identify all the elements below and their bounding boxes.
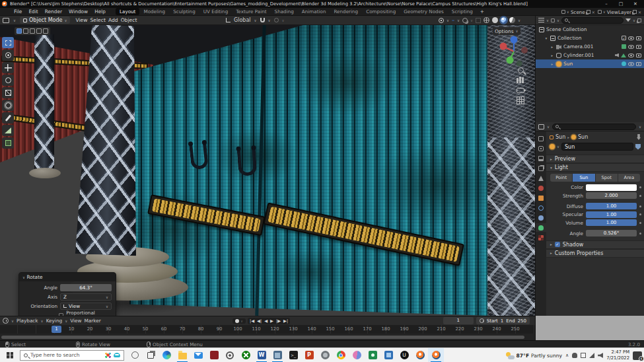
select-mode-extend-icon[interactable]: [23, 28, 28, 34]
xray-toggle[interactable]: [476, 18, 481, 23]
current-frame-badge[interactable]: 1: [52, 326, 61, 333]
new-collection-icon[interactable]: [637, 18, 641, 22]
light-type-sun-button[interactable]: Sun: [573, 174, 594, 182]
shadow-checkbox[interactable]: ✓: [555, 242, 560, 247]
playback-menu[interactable]: Playback: [17, 318, 38, 324]
render-visibility-icon[interactable]: [636, 36, 641, 40]
hide-eye-icon[interactable]: [628, 45, 634, 49]
scene-selector[interactable]: ∨ Scene ✕: [561, 9, 595, 15]
zoom-icon[interactable]: [518, 67, 524, 73]
green-app-taskbar-button[interactable]: [365, 348, 380, 362]
view-menu[interactable]: View: [70, 318, 81, 324]
hide-eye-icon[interactable]: [628, 36, 634, 40]
animate-dot-icon[interactable]: [639, 213, 641, 215]
outliner-row-scene-collection[interactable]: Scene Collection: [536, 25, 644, 34]
pan-hand-icon[interactable]: [517, 77, 524, 85]
timeline-scrollbar[interactable]: [1, 336, 524, 339]
menu-add[interactable]: Add: [107, 17, 120, 23]
workspace-tab-animation[interactable]: Animation: [298, 8, 330, 15]
perspective-toggle-icon[interactable]: [517, 96, 524, 104]
animate-dot-icon[interactable]: [639, 195, 641, 197]
workspace-tab-layout[interactable]: Layout: [116, 8, 139, 15]
tool-measure-button[interactable]: [2, 125, 14, 136]
next-keyframe-button[interactable]: |▶: [276, 318, 281, 324]
blender-2-taskbar-button[interactable]: [428, 348, 444, 362]
mail-taskbar-button[interactable]: [190, 348, 206, 362]
start-field[interactable]: 1: [501, 318, 503, 324]
axis-dropdown[interactable]: Z∨: [60, 293, 112, 301]
keying-menu[interactable]: Keying: [46, 318, 63, 324]
maximize-button[interactable]: □: [614, 0, 628, 8]
exclude-checkbox-icon[interactable]: ✓: [622, 36, 626, 40]
outliner-row-collection[interactable]: ▾ Collection ✓: [536, 34, 644, 42]
overlays-toggle[interactable]: [462, 18, 468, 23]
outliner-search-input[interactable]: [561, 17, 624, 24]
select-mode-new-icon[interactable]: [17, 28, 22, 34]
proportional-editing-icon[interactable]: [274, 18, 279, 22]
powerpoint-taskbar-button[interactable]: P: [301, 348, 317, 362]
remove-viewlayer-icon[interactable]: ✕: [638, 10, 641, 15]
workspace-tab-scripting[interactable]: Scripting: [448, 8, 477, 15]
viewlayer-selector[interactable]: ∨ ViewLayer ✕: [598, 9, 641, 15]
hide-eye-icon[interactable]: [628, 54, 634, 57]
animate-dot-icon[interactable]: [639, 205, 641, 207]
prev-keyframe-button[interactable]: ◀|: [257, 318, 262, 324]
animate-dot-icon[interactable]: [639, 233, 641, 235]
display-mode-icon[interactable]: [551, 18, 555, 22]
minimize-button[interactable]: –: [599, 0, 614, 8]
menu-view[interactable]: View: [74, 17, 89, 23]
viewport-3d[interactable]: Options∨ ∨ Rotate Angle 64.3°: [0, 25, 535, 316]
workspace-tab-texture-paint[interactable]: Texture Paint: [232, 8, 270, 15]
camera-view-icon[interactable]: [517, 88, 524, 93]
hide-eye-icon[interactable]: [628, 62, 634, 66]
auto-keying-button[interactable]: ∨: [233, 318, 246, 324]
play-reverse-button[interactable]: ◀: [264, 318, 268, 324]
filter-icon[interactable]: [626, 18, 631, 22]
onedrive-icon[interactable]: [572, 353, 577, 358]
animate-dot-icon[interactable]: [639, 222, 641, 224]
properties-type-icon[interactable]: [538, 124, 544, 129]
properties-tab-scene[interactable]: [536, 174, 546, 182]
unlink-scene-icon[interactable]: ✕: [592, 10, 595, 15]
tool-transform-button[interactable]: [2, 100, 14, 111]
mode-dropdown[interactable]: Object Mode∨: [20, 17, 70, 24]
close-button[interactable]: ✕: [628, 0, 643, 8]
properties-tab-view-layer[interactable]: [536, 164, 546, 172]
end-field[interactable]: 250: [518, 318, 526, 324]
cortana-taskbar-button[interactable]: [127, 348, 143, 362]
tool-scale-button[interactable]: [2, 87, 14, 98]
edge-taskbar-button[interactable]: [159, 348, 174, 362]
weather-widget[interactable]: 87°F Partly sunny: [506, 352, 562, 359]
shading-material-button[interactable]: [501, 17, 507, 23]
outliner-row-camera[interactable]: ▸ Camera.001: [536, 42, 644, 51]
tool-move-button[interactable]: [2, 62, 14, 73]
strength-field[interactable]: 2.000: [586, 192, 637, 199]
blender-menu-icon[interactable]: [3, 9, 9, 15]
properties-tab-texture[interactable]: [536, 233, 546, 242]
properties-tab-tool[interactable]: [536, 134, 546, 143]
properties-tab-render[interactable]: [536, 144, 546, 153]
properties-options-icon[interactable]: ∨: [639, 125, 641, 129]
specular-slider[interactable]: 1.00: [586, 211, 637, 218]
panel-preview[interactable]: ▸Preview: [546, 155, 644, 163]
terminal-taskbar-button[interactable]: >_: [285, 348, 301, 362]
render-visibility-icon[interactable]: [636, 54, 641, 57]
play-button[interactable]: ▶: [270, 318, 273, 324]
settings-taskbar-button[interactable]: [222, 348, 238, 362]
unreal-taskbar-button[interactable]: U: [396, 348, 412, 362]
volume-slider[interactable]: 1.00: [586, 219, 637, 226]
xbox-taskbar-button[interactable]: [238, 348, 254, 362]
current-frame-field[interactable]: 1: [443, 317, 474, 324]
task-view-taskbar-button[interactable]: [143, 348, 159, 362]
menu-edit[interactable]: Edit: [25, 9, 41, 15]
volume-icon[interactable]: [598, 353, 603, 358]
search-highlight-fireworks-icon[interactable]: [105, 352, 111, 358]
properties-search-input[interactable]: [552, 124, 636, 130]
tool-annotate-button[interactable]: [2, 112, 14, 124]
menu-select[interactable]: Select: [89, 17, 107, 23]
workspace-tab-sculpting[interactable]: Sculpting: [169, 8, 199, 15]
shading-wireframe-button[interactable]: [483, 17, 489, 23]
search-highlight-mask-icon[interactable]: [114, 353, 120, 357]
red-app-taskbar-button[interactable]: [206, 348, 222, 362]
workspace-tab-shading[interactable]: Shading: [271, 8, 298, 15]
